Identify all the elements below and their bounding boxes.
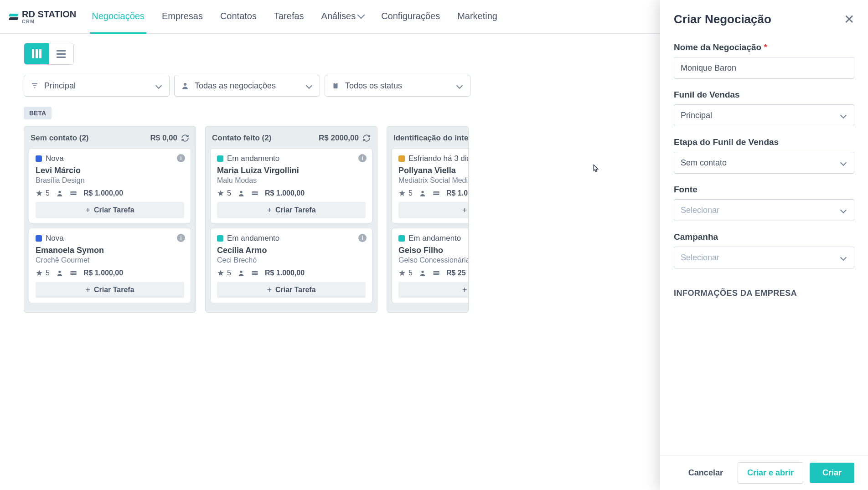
star-icon: [398, 190, 406, 197]
clipboard-icon: [331, 82, 340, 90]
create-task-label: Criar Tarefa: [94, 206, 134, 214]
deal-card[interactable]: Nova i Emanoela Symon Crochê Gourmet 5 R…: [29, 228, 191, 303]
info-icon[interactable]: i: [358, 154, 367, 162]
svg-rect-1: [334, 83, 338, 88]
funnel-label: Funil de Vendas: [674, 90, 854, 100]
plus-icon: +: [462, 285, 467, 295]
create-deal-drawer: Criar Negociação ✕ Nome da Negociação * …: [660, 0, 868, 319]
nav-negociacoes[interactable]: Negociações: [90, 0, 146, 34]
info-icon[interactable]: i: [177, 154, 185, 162]
card-pay-icon: [70, 269, 77, 277]
refresh-icon[interactable]: [362, 134, 371, 142]
card-status: Em andamento: [227, 234, 279, 243]
create-task-button[interactable]: +C: [398, 202, 469, 218]
deal-card[interactable]: Em andamento i Cecília Armo Ceci Brechó …: [210, 228, 372, 303]
card-company: Malu Modas: [217, 176, 366, 185]
nav-tarefas[interactable]: Tarefas: [272, 0, 306, 34]
person-icon: [56, 190, 63, 197]
card-status: Nova: [46, 154, 64, 163]
create-task-button[interactable]: +C: [398, 282, 469, 298]
status-dot-icon: [36, 155, 42, 162]
nav-empresas[interactable]: Empresas: [160, 0, 205, 34]
campaign-select[interactable]: Selecionar: [674, 247, 854, 268]
create-task-button[interactable]: +Criar Tarefa: [36, 202, 184, 218]
stage-select-value: Sem contato: [681, 158, 727, 168]
logo[interactable]: RD STATION CRM: [9, 10, 76, 24]
kanban-column: Contato feito (2) R$ 2000,00 Em andament…: [205, 126, 377, 313]
status-filter-value: Todos os status: [345, 81, 452, 91]
deal-card[interactable]: Em andamento Geiso Filho Geiso Concessio…: [392, 228, 469, 303]
svg-rect-2: [335, 83, 337, 84]
kanban-icon: [32, 49, 41, 58]
card-stars: 5: [227, 189, 231, 197]
card-value: R$ 1.000,00: [83, 269, 123, 277]
person-icon: [238, 190, 245, 197]
plus-icon: +: [267, 285, 272, 295]
card-pay-icon: [251, 269, 258, 277]
source-select[interactable]: Selecionar: [674, 199, 854, 221]
info-icon[interactable]: i: [177, 234, 185, 242]
caret-down-icon: [840, 207, 847, 213]
column-header: Contato feito (2) R$ 2000,00: [210, 131, 372, 148]
deals-filter-value: Todas as negociações: [195, 81, 301, 91]
person-icon: [238, 269, 245, 277]
column-amount: R$ 2000,00: [319, 134, 359, 143]
drawer-body: Nome da Negociação * Funil de Vendas Pri…: [660, 39, 868, 319]
main-nav: Negociações Empresas Contatos Tarefas An…: [90, 0, 499, 34]
svg-point-15: [421, 191, 424, 193]
nav-analises[interactable]: Análises: [320, 0, 366, 34]
plus-icon: +: [85, 206, 90, 215]
card-value: R$ 25: [446, 269, 466, 277]
status-filter[interactable]: Todos os status: [325, 75, 470, 97]
column-header: Sem contato (2) R$ 0,00: [29, 131, 191, 148]
card-name: Emanoela Symon: [36, 246, 184, 255]
star-icon: [217, 269, 224, 277]
svg-point-18: [421, 271, 424, 273]
stage-select[interactable]: Sem contato: [674, 152, 854, 174]
deal-name-input-wrapper: [674, 57, 854, 79]
logo-subtext: CRM: [22, 19, 76, 24]
nav-marketing[interactable]: Marketing: [455, 0, 499, 34]
svg-rect-14: [252, 273, 258, 273]
card-stars: 5: [227, 269, 231, 277]
source-select-value: Selecionar: [681, 206, 719, 215]
svg-point-12: [240, 271, 242, 273]
refresh-icon[interactable]: [181, 134, 189, 142]
beta-badge: BETA: [24, 107, 52, 119]
nav-analises-label: Análises: [321, 11, 356, 21]
status-dot-icon: [217, 155, 223, 162]
funnel-select[interactable]: Principal: [674, 104, 854, 126]
caret-down-icon: [840, 160, 847, 166]
deal-card[interactable]: Nova i Levi Márcio Brasília Design 5 R$ …: [29, 148, 191, 223]
nav-configuracoes[interactable]: Configurações: [379, 0, 442, 34]
deal-name-input[interactable]: [681, 63, 847, 73]
list-icon: [57, 50, 66, 58]
deal-card[interactable]: Esfriando há 3 dias Pollyana Viella Medi…: [392, 148, 469, 223]
column-title: Identificação do intere: [393, 134, 469, 143]
create-task-button[interactable]: +Criar Tarefa: [36, 282, 184, 298]
close-icon[interactable]: ✕: [844, 12, 854, 27]
caret-down-icon: [840, 254, 847, 261]
caret-down-icon: [456, 83, 463, 89]
star-icon: [217, 190, 224, 197]
deals-filter[interactable]: Todas as negociações: [174, 75, 320, 97]
person-icon: [419, 269, 426, 277]
info-icon[interactable]: i: [358, 234, 367, 242]
card-name: Geiso Filho: [398, 246, 469, 255]
caret-down-icon: [840, 112, 847, 119]
caret-down-icon: [306, 83, 312, 89]
list-view-button[interactable]: [49, 43, 73, 64]
create-task-button[interactable]: +Criar Tarefa: [217, 202, 366, 218]
card-pay-icon: [433, 190, 440, 197]
kanban-view-button[interactable]: [24, 43, 49, 64]
card-pay-icon: [433, 269, 440, 277]
nav-contatos[interactable]: Contatos: [218, 0, 258, 34]
create-task-label: Criar Tarefa: [275, 286, 316, 294]
deal-card[interactable]: Em andamento i Maria Luiza Virgollini Ma…: [210, 148, 372, 223]
create-task-button[interactable]: +Criar Tarefa: [217, 282, 366, 298]
funnel-filter[interactable]: Principal: [24, 75, 170, 97]
card-pay-icon: [251, 190, 258, 197]
card-company: Ceci Brechó: [217, 256, 366, 264]
person-icon: [56, 269, 63, 277]
svg-rect-17: [433, 193, 439, 194]
